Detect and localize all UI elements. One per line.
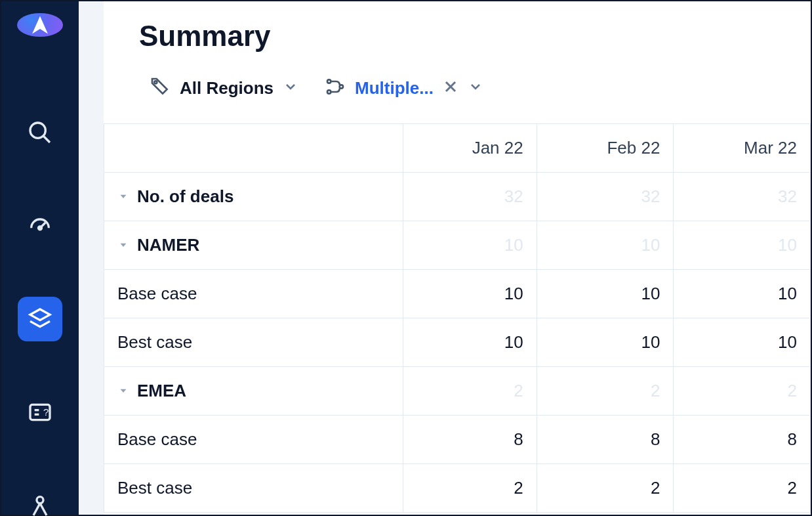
svg-point-8 xyxy=(37,497,43,504)
tag-icon xyxy=(150,76,171,100)
table-cell: 10 xyxy=(674,221,811,270)
filter-region-label: All Regions xyxy=(180,78,274,98)
search-icon[interactable] xyxy=(18,110,62,155)
row-label-text: Base case xyxy=(117,284,197,304)
table-cell: 2 xyxy=(674,464,811,513)
table-cell: 2 xyxy=(537,464,674,513)
filter-scenario[interactable]: Multiple... xyxy=(325,76,483,100)
table-cell: 32 xyxy=(674,173,811,221)
table-cell: 10 xyxy=(537,318,674,367)
row-label-text: Best case xyxy=(117,478,192,498)
row-label-cell: Best case xyxy=(104,464,403,513)
caret-down-icon[interactable] xyxy=(117,235,129,255)
sidebar: ? xyxy=(1,1,79,515)
table-row: No. of deals323232 xyxy=(104,173,811,221)
row-label-text: Best case xyxy=(117,332,192,353)
table-header-col: Jan 22 xyxy=(403,124,537,173)
table-cell: 2 xyxy=(403,367,537,416)
table-cell: 10 xyxy=(403,318,537,367)
compass-icon[interactable] xyxy=(18,483,62,516)
table-row: Base case101010 xyxy=(104,270,811,318)
filter-region[interactable]: All Regions xyxy=(150,76,298,100)
table-cell: 10 xyxy=(674,318,811,367)
dashboard-icon[interactable] xyxy=(18,204,62,248)
svg-point-10 xyxy=(154,81,157,83)
table-cell: 32 xyxy=(537,173,674,221)
table-cell: 8 xyxy=(537,416,674,464)
table-cell: 2 xyxy=(537,367,674,416)
row-label-cell: Best case xyxy=(104,318,403,367)
table-cell: 2 xyxy=(403,464,537,513)
svg-line-3 xyxy=(40,223,45,228)
svg-line-1 xyxy=(43,136,50,142)
sidebar-gap xyxy=(79,1,104,515)
row-label-cell[interactable]: No. of deals xyxy=(104,173,403,221)
row-label-text: EMEA xyxy=(137,381,186,401)
chevron-down-icon xyxy=(283,79,298,97)
caret-down-icon[interactable] xyxy=(117,186,129,207)
table-cell: 10 xyxy=(537,221,674,270)
caret-down-icon[interactable] xyxy=(117,381,129,401)
filter-bar: All Regions Multiple... xyxy=(104,76,811,123)
close-icon[interactable] xyxy=(443,79,458,97)
row-label-cell: Base case xyxy=(104,416,403,464)
row-label-cell: Base case xyxy=(104,270,403,318)
table-cell: 32 xyxy=(403,173,537,221)
layers-icon[interactable] xyxy=(18,297,62,341)
page-title: Summary xyxy=(104,1,811,76)
chevron-down-icon[interactable] xyxy=(468,79,483,97)
main-content: Summary All Regions Multiple... xyxy=(104,1,811,515)
row-label-cell[interactable]: EMEA xyxy=(104,367,403,416)
svg-point-11 xyxy=(327,79,331,83)
table-header-col: Feb 22 xyxy=(537,124,674,173)
table-cell: 10 xyxy=(403,221,537,270)
app-logo[interactable] xyxy=(17,13,63,37)
row-label-text: Base case xyxy=(117,429,197,450)
table-cell: 10 xyxy=(403,270,537,318)
row-label-text: NAMER xyxy=(137,235,199,255)
table-row: Best case101010 xyxy=(104,318,811,367)
svg-text:?: ? xyxy=(43,406,49,418)
table-cell: 8 xyxy=(403,416,537,464)
table-row: Base case888 xyxy=(104,416,811,464)
table-header-col: Mar 22 xyxy=(674,124,811,173)
table-row: Best case222 xyxy=(104,464,811,513)
svg-point-0 xyxy=(30,123,45,138)
table-cell: 10 xyxy=(537,270,674,318)
row-label-cell[interactable]: NAMER xyxy=(104,221,403,270)
table-cell: 8 xyxy=(674,416,811,464)
row-label-text: No. of deals xyxy=(137,186,233,207)
table-row: NAMER101010 xyxy=(104,221,811,270)
summary-table: Jan 22 Feb 22 Mar 22 No. of deals323232N… xyxy=(104,123,811,513)
branch-icon xyxy=(325,76,346,100)
svg-point-13 xyxy=(340,85,343,88)
table-row: EMEA222 xyxy=(104,367,811,416)
filter-scenario-label: Multiple... xyxy=(355,78,434,98)
svg-point-12 xyxy=(327,90,331,93)
table-header-empty xyxy=(104,124,403,173)
form-icon[interactable]: ? xyxy=(18,390,62,435)
table-header-row: Jan 22 Feb 22 Mar 22 xyxy=(104,124,811,173)
table-cell: 10 xyxy=(674,270,811,318)
table-cell: 2 xyxy=(674,367,811,416)
